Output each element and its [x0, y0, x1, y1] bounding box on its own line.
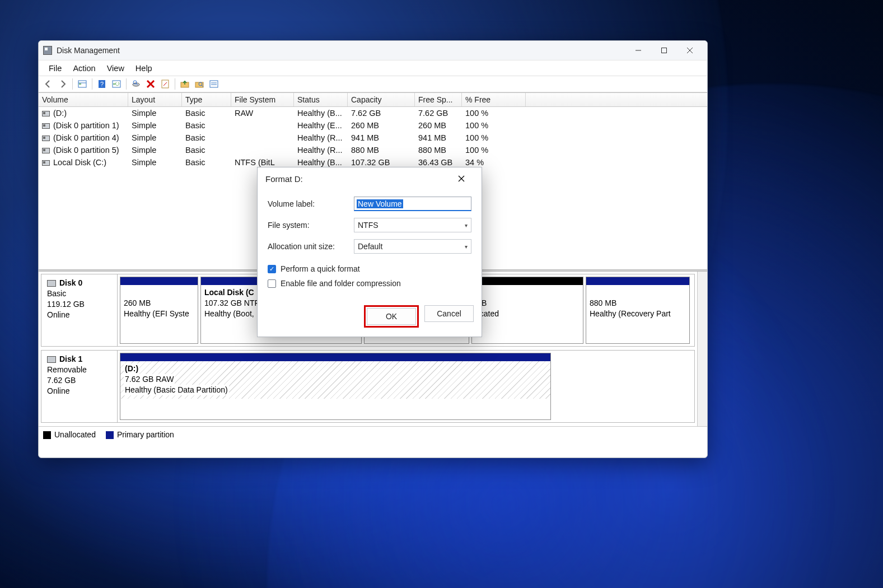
- volume-list-header: Volume Layout Type File System Status Ca…: [39, 93, 707, 107]
- svg-text:?: ?: [100, 81, 104, 87]
- menu-action[interactable]: Action: [67, 63, 101, 74]
- volume-icon: [42, 111, 50, 116]
- disk-row-1[interactable]: Disk 1 Removable 7.62 GB Online (D:) 7.6…: [41, 350, 695, 423]
- menubar: File Action View Help: [39, 60, 707, 76]
- col-status[interactable]: Status: [294, 93, 348, 106]
- compression-checkbox[interactable]: [268, 279, 276, 288]
- col-volume[interactable]: Volume: [39, 93, 128, 106]
- col-layout[interactable]: Layout: [128, 93, 182, 106]
- forward-button[interactable]: [55, 77, 70, 91]
- partition-unallocated[interactable]: GB ocated: [471, 277, 583, 344]
- allocation-unit-label: Allocation unit size:: [268, 242, 354, 251]
- col-spacer: [526, 93, 707, 106]
- toolbar: ?: [39, 76, 707, 92]
- format-dialog: Format D: Volume label: New Volume File …: [257, 167, 482, 337]
- partition[interactable]: 880 MB Healthy (Recovery Part: [586, 277, 690, 344]
- menu-help[interactable]: Help: [130, 63, 158, 74]
- col-capacity[interactable]: Capacity: [348, 93, 415, 106]
- maximize-button[interactable]: [651, 41, 677, 60]
- app-icon: [43, 46, 52, 55]
- volume-icon: [42, 136, 50, 141]
- ok-button-highlight: OK: [364, 305, 419, 328]
- col-pctfree[interactable]: % Free: [462, 93, 526, 106]
- volume-row[interactable]: (Disk 0 partition 1) Simple Basic Health…: [39, 119, 707, 132]
- legend-swatch-primary: [106, 431, 114, 439]
- volume-list: Volume Layout Type File System Status Ca…: [39, 92, 707, 169]
- legend: Unallocated Primary partition: [39, 426, 707, 442]
- volume-row[interactable]: (D:) Simple Basic RAW Healthy (B... 7.62…: [39, 107, 707, 119]
- col-free[interactable]: Free Sp...: [415, 93, 462, 106]
- titlebar[interactable]: Disk Management: [39, 41, 707, 60]
- svg-rect-10: [113, 83, 115, 85]
- help-button[interactable]: ?: [95, 77, 109, 91]
- disk-header: Disk 0 Basic 119.12 GB Online: [41, 274, 118, 346]
- show-hide-tree-button[interactable]: [75, 77, 90, 91]
- partition-selected[interactable]: (D:) 7.62 GB RAW Healthy (Basic Data Par…: [120, 353, 551, 420]
- menu-view[interactable]: View: [101, 63, 130, 74]
- close-button[interactable]: [677, 41, 703, 60]
- folder-up-button[interactable]: [177, 77, 192, 91]
- cancel-button[interactable]: Cancel: [424, 305, 474, 322]
- list-button[interactable]: [207, 77, 221, 91]
- back-button[interactable]: [41, 77, 55, 91]
- svg-rect-1: [662, 48, 667, 53]
- quick-format-checkbox[interactable]: ✓: [268, 265, 276, 273]
- compression-label: Enable file and folder compression: [281, 279, 401, 288]
- delete-button[interactable]: [143, 77, 158, 91]
- refresh-button[interactable]: [109, 77, 124, 91]
- volume-icon: [42, 148, 50, 153]
- window-title: Disk Management: [57, 46, 120, 55]
- dialog-close-button[interactable]: [449, 167, 474, 190]
- volume-label-input[interactable]: New Volume: [354, 197, 471, 211]
- dialog-title: Format D:: [265, 174, 303, 184]
- disk-icon: [47, 280, 56, 287]
- minimize-button[interactable]: [625, 41, 651, 60]
- col-filesystem[interactable]: File System: [231, 93, 294, 106]
- chevron-down-icon: ▾: [465, 222, 468, 228]
- chevron-down-icon: ▾: [465, 244, 468, 250]
- file-system-label: File system:: [268, 221, 354, 230]
- volume-icon: [42, 160, 50, 166]
- quick-format-label: Perform a quick format: [281, 264, 360, 273]
- allocation-unit-select[interactable]: Default ▾: [354, 239, 471, 254]
- volume-row[interactable]: (Disk 0 partition 5) Simple Basic Health…: [39, 144, 707, 156]
- disk-header: Disk 1 Removable 7.62 GB Online: [41, 351, 118, 422]
- volume-row[interactable]: (Disk 0 partition 4) Simple Basic Health…: [39, 132, 707, 144]
- svg-rect-6: [79, 83, 81, 85]
- vertical-scrollbar[interactable]: [697, 272, 707, 426]
- menu-file[interactable]: File: [43, 63, 67, 74]
- volume-label-label: Volume label:: [268, 199, 354, 208]
- col-type[interactable]: Type: [182, 93, 231, 106]
- ok-button[interactable]: OK: [367, 308, 416, 325]
- folder-search-button[interactable]: [192, 77, 207, 91]
- svg-rect-21: [210, 81, 218, 87]
- legend-swatch-unallocated: [43, 431, 51, 439]
- file-system-select[interactable]: NTFS ▾: [354, 218, 471, 232]
- rescan-disks-button[interactable]: [129, 77, 143, 91]
- partition[interactable]: 260 MB Healthy (EFI Syste: [120, 277, 198, 344]
- properties-button[interactable]: [158, 77, 172, 91]
- volume-icon: [42, 123, 50, 129]
- disk-icon: [47, 356, 56, 363]
